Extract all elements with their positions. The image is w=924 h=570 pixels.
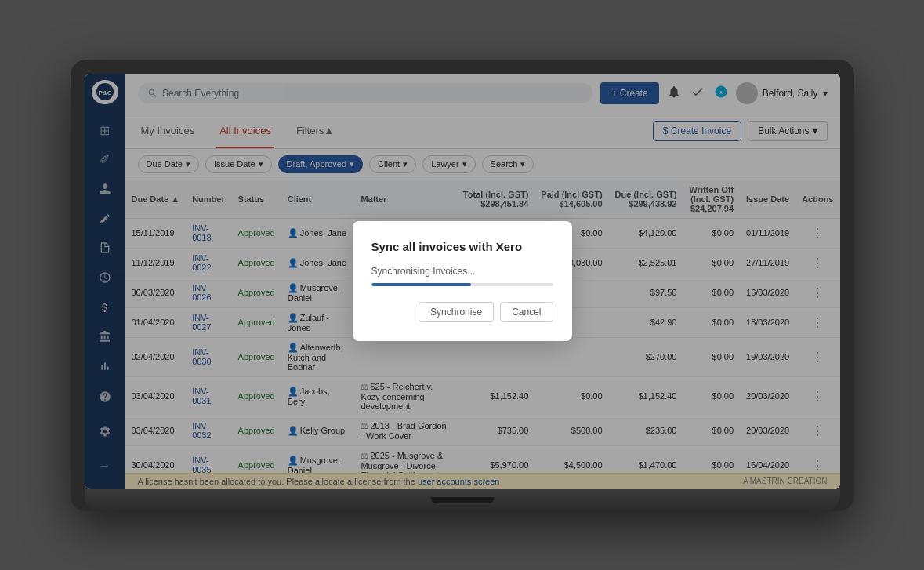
modal-overlay: Sync all invoices with Xero Synchronisin… [85,74,840,489]
progress-bar-container [371,283,553,286]
modal-actions: Synchronise Cancel [371,302,553,322]
progress-bar-fill [371,283,472,286]
modal-title: Sync all invoices with Xero [371,240,553,253]
sync-modal: Sync all invoices with Xero Synchronisin… [353,221,572,341]
modal-status: Synchronising Invoices... [371,266,553,277]
synchronise-button[interactable]: Synchronise [419,302,494,322]
cancel-button[interactable]: Cancel [500,302,553,322]
